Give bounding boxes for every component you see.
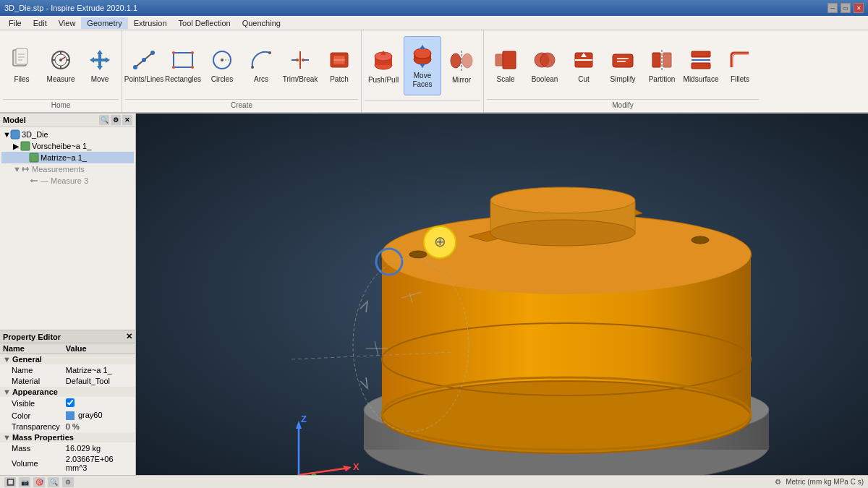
tree-item-3d-die[interactable]: ▼ 3D_Die (1, 129, 134, 140)
tool-mirror[interactable]: Mirror (443, 36, 480, 95)
rectangles-icon (169, 46, 197, 74)
svg-marker-16 (106, 57, 110, 63)
tree-item-measurements[interactable]: ▼ Measurements (1, 163, 134, 175)
menu-file[interactable]: File (3, 17, 27, 29)
menu-geometry[interactable]: Geometry (81, 17, 127, 29)
tool-boolean[interactable]: Boolean (526, 35, 563, 95)
svg-point-26 (172, 66, 175, 69)
menu-edit[interactable]: Edit (27, 17, 53, 29)
settings-icon-status: ⚙ (775, 478, 781, 486)
svg-point-83 (382, 381, 751, 453)
midsurface-icon (687, 46, 715, 74)
tool-cut[interactable]: Cut (565, 35, 603, 95)
statusbar-icon-4[interactable]: 🔍 (48, 477, 59, 487)
boolean-icon (531, 46, 558, 74)
statusbar-icon-2[interactable]: 📷 (19, 477, 30, 487)
cut-icon (570, 46, 597, 74)
svg-rect-63 (652, 53, 660, 67)
tool-midsurface[interactable]: Midsurface (682, 35, 720, 95)
tool-simplify[interactable]: Simplify (604, 35, 642, 95)
model-settings-icon[interactable]: ⚙ (111, 115, 121, 125)
svg-rect-60 (613, 54, 633, 67)
statusbar-icon-1[interactable]: 🔲 (4, 477, 16, 487)
tool-move[interactable]: Move (81, 35, 119, 95)
model-viewport-svg: ⊕ Z X (136, 114, 868, 475)
statusbar-icon-5[interactable]: ⚙ (62, 477, 74, 487)
measure3-icon (29, 176, 39, 186)
statusbar-icon-3[interactable]: 🎯 (33, 477, 45, 487)
push-pull-icon (370, 47, 397, 74)
circles-icon (208, 46, 236, 74)
tool-circles[interactable]: Circles (203, 35, 241, 95)
svg-point-51 (451, 53, 461, 68)
tool-push-pull[interactable]: Push/Pull (365, 36, 402, 95)
model-panel-header: Model 🔍 ⚙ ✕ (0, 114, 135, 127)
tool-scale[interactable]: Scale (487, 35, 524, 95)
tool-arcs[interactable]: Arcs (242, 35, 280, 95)
tool-rectangles[interactable]: Rectangles (164, 35, 202, 95)
svg-point-20 (133, 65, 137, 69)
svg-point-32 (268, 51, 271, 54)
color-label: gray60 (78, 411, 103, 419)
partition-icon (648, 46, 676, 74)
tree-item-vorscheibe[interactable]: ▶ Vorscheibe~a 1_ (1, 140, 134, 152)
titlebar-controls: ─ ▭ ✕ (827, 3, 864, 13)
measurements-icon (20, 164, 30, 174)
tool-files[interactable]: Files (3, 35, 41, 95)
tree-item-matrize[interactable]: Matrize~a 1_ (1, 152, 134, 163)
tree-item-measure3[interactable]: — Measure 3 (1, 175, 134, 187)
prop-name-name: Name (0, 365, 63, 376)
svg-text:Z: Z (301, 414, 307, 424)
svg-text:X: X (353, 461, 359, 472)
tool-move-faces[interactable]: Move Faces (404, 36, 441, 95)
part-icon (20, 141, 30, 151)
part-icon-2 (29, 153, 39, 163)
statusbar-left: 🔲 📷 🎯 🔍 ⚙ (4, 477, 74, 487)
group-modify-label: Modify (487, 99, 759, 111)
color-swatch[interactable] (66, 411, 75, 420)
prop-col-value: Value (63, 343, 135, 354)
close-button[interactable]: ✕ (854, 3, 864, 13)
minimize-button[interactable]: ─ (827, 3, 838, 13)
svg-rect-64 (663, 53, 671, 67)
viewport[interactable]: Click and drag the object. ⋮ ∠ Y: (136, 114, 868, 475)
menu-extrusion[interactable]: Extrusion (128, 17, 173, 29)
svg-marker-13 (97, 50, 103, 54)
svg-rect-18 (94, 59, 106, 61)
tool-measure-label: Measure (47, 75, 75, 84)
tool-trim-break[interactable]: Trim/Break (281, 35, 319, 95)
prop-section-appearance: ▼Appearance (0, 387, 135, 398)
tree-item-label: 3D_Die (22, 130, 48, 139)
tool-push-pull-label: Push/Pull (368, 76, 399, 85)
model-panel: Model 🔍 ⚙ ✕ ▼ 3D_Die ▶ (0, 114, 135, 330)
prop-section-general: ▼General (0, 354, 135, 365)
svg-rect-70 (21, 142, 30, 150)
model-search-icon[interactable]: 🔍 (99, 115, 109, 125)
tool-rectangles-label: Rectangles (165, 75, 201, 84)
tool-partition-label: Partition (649, 75, 676, 84)
tool-partition[interactable]: Partition (643, 35, 681, 95)
prop-value-visible (63, 398, 135, 410)
tool-points-lines-label: Points/Lines (124, 75, 163, 84)
tool-patch-label: Patch (330, 75, 349, 84)
prop-name-volume: Volume (0, 454, 63, 474)
property-editor-close[interactable]: ✕ (126, 332, 132, 341)
fillets-icon (726, 46, 754, 74)
svg-marker-14 (97, 66, 103, 70)
scale-icon (492, 46, 519, 74)
patch-icon (326, 46, 353, 74)
tool-points-lines[interactable]: Points/Lines (125, 35, 163, 95)
toolbar-group-home: Files Measure (0, 30, 122, 112)
menu-view[interactable]: View (53, 17, 82, 29)
tool-measure[interactable]: Measure (42, 35, 80, 95)
restore-button[interactable]: ▭ (841, 3, 851, 13)
tool-patch[interactable]: Patch (320, 35, 358, 95)
mirror-icon (448, 47, 475, 74)
group-home-label: Home (3, 99, 119, 111)
menu-tool-deflection[interactable]: Tool Deflection (173, 17, 237, 29)
tool-fillets[interactable]: Fillets (721, 35, 759, 95)
model-close-icon[interactable]: ✕ (122, 115, 132, 125)
left-panel: Model 🔍 ⚙ ✕ ▼ 3D_Die ▶ (0, 114, 136, 475)
tree-item-label: Vorscheibe~a 1_ (32, 142, 91, 150)
menu-quenching[interactable]: Quenching (237, 17, 286, 29)
